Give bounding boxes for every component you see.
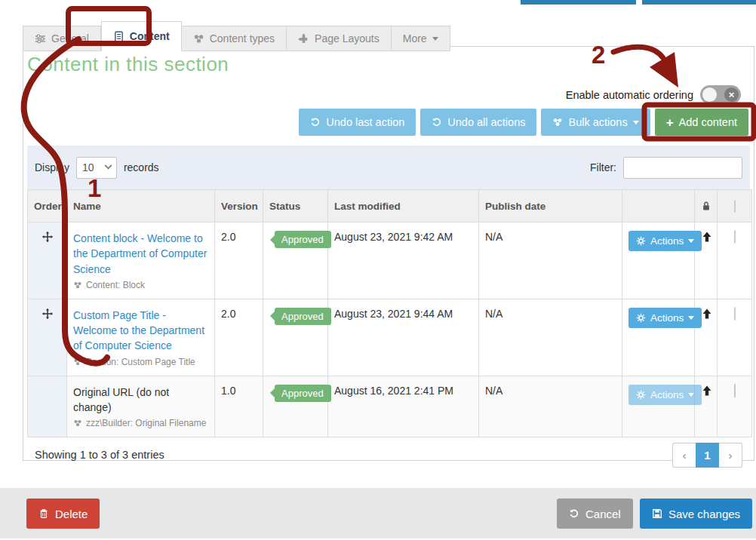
arrow-up-icon[interactable] xyxy=(701,231,713,243)
content-item-name: Original URL (do not change) xyxy=(73,386,169,413)
arrow-up-icon[interactable] xyxy=(701,385,713,397)
move-icon[interactable] xyxy=(41,231,54,243)
select-cell xyxy=(718,299,752,376)
table-row: Original URL (do not change) zzz\Builder… xyxy=(28,376,752,437)
bulk-actions-button[interactable]: Bulk actions xyxy=(541,109,650,136)
tab-page-layouts-label: Page Layouts xyxy=(315,32,380,44)
content-type-subtitle: zzz\Builder: Original Filename xyxy=(73,418,208,428)
content-panel: Content in this section Enable automatic… xyxy=(23,46,754,461)
select-cell xyxy=(718,376,752,437)
pagination-page-1[interactable]: 1 xyxy=(696,443,719,468)
status-cell: Approved xyxy=(263,376,328,437)
version-cell: 2.0 xyxy=(215,299,263,376)
row-actions-button-disabled: Actions xyxy=(628,385,702,405)
arrow-up-icon[interactable] xyxy=(701,308,713,320)
name-cell: Custom Page Title - Welcome to the Depar… xyxy=(67,299,215,376)
row-actions-button[interactable]: Actions xyxy=(628,308,702,328)
cancel-button[interactable]: Cancel xyxy=(557,499,633,529)
select-cell xyxy=(718,222,752,299)
page-title: Content in this section xyxy=(27,53,229,76)
nodes-icon xyxy=(552,117,563,127)
nodes-icon xyxy=(73,419,82,428)
content-item-link[interactable]: Content block - Welcome to the Departmen… xyxy=(73,231,208,277)
page-layouts-icon xyxy=(298,33,309,44)
row-checkbox[interactable] xyxy=(734,230,736,244)
undo-all-actions-button[interactable]: Undo all actions xyxy=(420,109,536,136)
nodes-icon xyxy=(73,357,82,367)
caret-down-icon xyxy=(432,37,438,41)
last-modified-cell: August 16, 2021 2:41 PM xyxy=(328,376,479,437)
add-content-label: Add content xyxy=(679,116,737,128)
status-badge: Approved xyxy=(275,308,331,325)
entries-summary: Showing 1 to 3 of 3 entries xyxy=(35,449,164,461)
undo-last-action-label: Undo last action xyxy=(326,116,404,128)
header-actions xyxy=(622,190,695,222)
automatic-ordering-toggle[interactable]: × xyxy=(700,85,741,104)
name-cell: Content block - Welcome to the Departmen… xyxy=(67,222,215,299)
actions-cell: Actions xyxy=(622,222,695,299)
caret-down-icon xyxy=(688,239,694,243)
undo-last-action-button[interactable]: Undo last action xyxy=(299,109,416,136)
nodes-icon xyxy=(193,33,204,44)
content-table: Order Name Version Status Last modified … xyxy=(27,189,752,437)
header-lock xyxy=(695,190,718,222)
pagination-next-button[interactable]: › xyxy=(719,443,742,468)
tab-general-label: General xyxy=(51,32,89,44)
page-size-select[interactable]: 10 xyxy=(76,157,117,179)
caret-down-icon xyxy=(688,316,694,320)
delete-button[interactable]: Delete xyxy=(26,499,100,529)
tab-content-types[interactable]: Content types xyxy=(182,26,287,51)
delete-label: Delete xyxy=(55,508,88,520)
undo-icon xyxy=(310,117,321,127)
bulk-actions-label: Bulk actions xyxy=(568,116,627,128)
table-row: Content block - Welcome to the Departmen… xyxy=(28,222,752,299)
content-item-link[interactable]: Custom Page Title - Welcome to the Depar… xyxy=(73,308,208,354)
row-actions-label: Actions xyxy=(650,389,684,400)
order-cell xyxy=(28,376,67,437)
gear-icon xyxy=(636,236,646,246)
chevron-down-icon xyxy=(104,161,112,169)
content-type-label: Content: Block xyxy=(86,280,145,290)
tab-page-layouts[interactable]: Page Layouts xyxy=(287,26,392,51)
tab-content-label: Content xyxy=(130,30,170,42)
tab-content-types-label: Content types xyxy=(210,32,275,44)
row-actions-label: Actions xyxy=(650,312,684,324)
records-label: records xyxy=(124,161,159,173)
status-cell: Approved xyxy=(263,222,328,299)
actions-cell: Actions xyxy=(622,376,695,437)
save-changes-label: Save changes xyxy=(668,508,740,520)
save-changes-button[interactable]: Save changes xyxy=(640,499,752,529)
row-actions-button[interactable]: Actions xyxy=(628,231,702,251)
header-select xyxy=(718,190,752,222)
status-cell: Approved xyxy=(263,299,328,376)
content-type-label: Section: Custom Page Title xyxy=(86,357,195,367)
row-checkbox[interactable] xyxy=(734,307,736,321)
table-controls: Display 10 records Filter: xyxy=(27,146,750,189)
bottom-action-bar: Delete Cancel Save changes xyxy=(0,488,756,538)
publish-date-cell: N/A xyxy=(479,376,622,437)
top-cutoff-button-left[interactable] xyxy=(521,0,636,5)
select-all-checkbox[interactable] xyxy=(734,200,736,213)
add-content-button[interactable]: + Add content xyxy=(655,109,748,136)
tab-more[interactable]: More xyxy=(392,26,450,51)
order-cell xyxy=(28,222,67,299)
pagination-prev-button[interactable]: ‹ xyxy=(672,443,696,468)
tab-content[interactable]: Content xyxy=(101,21,182,51)
content-type-label: zzz\Builder: Original Filename xyxy=(86,418,206,428)
tab-strip: General Content Content types Page Layou… xyxy=(23,21,450,51)
trash-icon xyxy=(38,508,49,519)
lock-icon xyxy=(701,201,711,211)
nodes-icon xyxy=(73,281,82,290)
header-publish-date: Publish date xyxy=(479,190,622,222)
undo-icon xyxy=(569,508,579,519)
filter-input[interactable] xyxy=(623,157,742,179)
header-name: Name xyxy=(67,190,215,222)
gear-icon xyxy=(636,390,646,400)
gear-icon xyxy=(636,313,646,323)
filter-control: Filter: xyxy=(590,157,742,179)
move-icon[interactable] xyxy=(41,308,54,320)
publish-date-cell: N/A xyxy=(479,299,622,376)
status-badge: Approved xyxy=(275,231,331,248)
top-cutoff-button-right[interactable] xyxy=(642,0,756,5)
tab-general[interactable]: General xyxy=(23,26,101,51)
